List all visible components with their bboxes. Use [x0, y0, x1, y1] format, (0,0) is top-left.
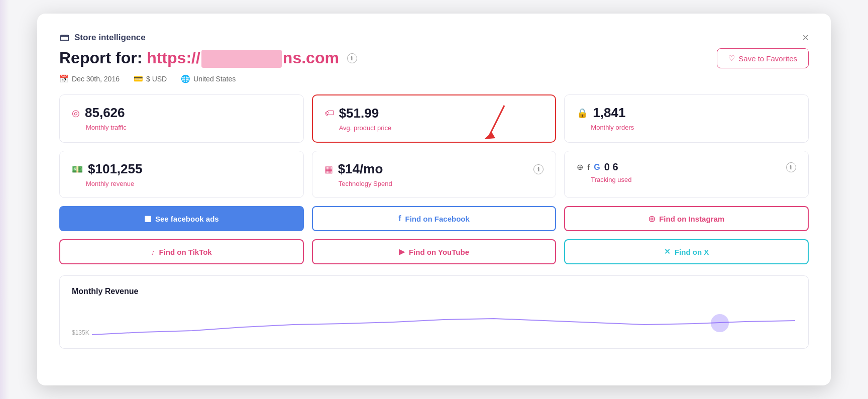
find-on-x-button[interactable]: ✕ Find on X [564, 239, 809, 264]
instagram-icon: ◎ [648, 214, 655, 223]
save-to-favorites-button[interactable]: ♡ Save to Favorites [717, 48, 809, 68]
traffic-icon: ◎ [72, 108, 80, 119]
find-youtube-label: Find on YouTube [409, 248, 469, 256]
report-url-row: Report for: https://ns.com ℹ ♡ Save to F… [59, 48, 809, 68]
tech-value: $14/mo [338, 161, 383, 177]
traffic-value: 85,626 [85, 105, 125, 121]
chart-y-label: $135K [72, 329, 89, 336]
modal-overlay: 🗃 Store intelligence × Report for: https… [0, 0, 868, 399]
report-url: https://ns.com [147, 49, 339, 67]
region-value: United States [193, 75, 236, 83]
stat-card-tracking: ⊕ f G 0 6 ℹ Tracking used [564, 151, 809, 198]
currency-meta: 💳 $ USD [134, 74, 167, 83]
report-for-label: Report for: https://ns.com [59, 49, 339, 68]
stat-card-avg-price: 🏷 $51.99 Avg. product price [312, 94, 557, 143]
close-button[interactable]: × [802, 32, 809, 43]
find-x-label: Find on X [675, 248, 709, 256]
find-on-youtube-button[interactable]: ▶ Find on YouTube [312, 239, 557, 264]
tracking-fb-icon: f [587, 163, 590, 171]
store-intelligence-icon: 🗃 [59, 32, 69, 43]
section-title-monthly-revenue: Monthly Revenue [72, 287, 796, 296]
modal-container: 🗃 Store intelligence × Report for: https… [37, 14, 831, 385]
find-facebook-label: Find on Facebook [405, 215, 469, 223]
revenue-label: Monthly revenue [86, 180, 291, 187]
tracking-label: Tracking used [591, 176, 796, 183]
tracking-g-icon: G [594, 163, 600, 172]
date-value: Dec 30th, 2016 [72, 75, 120, 83]
tracking-info-icon[interactable]: ℹ [786, 162, 796, 172]
facebook-icon: f [398, 214, 401, 223]
orders-icon: 🔒 [577, 108, 588, 119]
see-facebook-ads-button[interactable]: ▦ See facebook ads [59, 206, 304, 231]
modal-title-text: Store intelligence [74, 33, 146, 43]
tracking-crosshair-icon: ⊕ [577, 162, 583, 172]
monthly-revenue-section: Monthly Revenue $135K [59, 275, 809, 349]
currency-value: $ USD [146, 75, 167, 83]
stat-card-tech-spend: ▦ $14/mo ℹ Technology Spend [312, 151, 557, 198]
find-on-instagram-button[interactable]: ◎ Find on Instagram [564, 206, 809, 231]
meta-row: 📅 Dec 30th, 2016 💳 $ USD 🌐 United States [59, 74, 809, 83]
globe-icon: 🌐 [181, 74, 190, 83]
stat-card-monthly-revenue: 💵 $101,255 Monthly revenue [59, 151, 304, 198]
find-instagram-label: Find on Instagram [659, 215, 724, 223]
fb-ads-icon: ▦ [144, 214, 151, 223]
revenue-icon: 💵 [72, 164, 83, 175]
currency-icon: 💳 [134, 74, 143, 83]
find-tiktok-label: Find on TikTok [159, 248, 211, 256]
tiktok-icon: ♪ [151, 248, 155, 256]
region-meta: 🌐 United States [181, 74, 236, 83]
price-value: $51.99 [339, 106, 379, 121]
youtube-icon: ▶ [399, 247, 405, 256]
stats-grid-row1: ◎ 85,626 Monthly traffic 🏷 $51.99 Avg. p… [59, 94, 809, 143]
sidebar-partial [0, 0, 9, 399]
price-icon: 🏷 [325, 108, 334, 119]
calendar-icon: 📅 [59, 74, 69, 83]
date-meta: 📅 Dec 30th, 2016 [59, 74, 120, 83]
tech-info-icon[interactable]: ℹ [533, 164, 544, 174]
orders-value: 1,841 [593, 105, 625, 121]
report-info-icon[interactable]: ℹ [347, 53, 357, 63]
url-redacted [201, 50, 282, 68]
fb-ads-label: See facebook ads [155, 215, 219, 223]
traffic-label: Monthly traffic [86, 124, 291, 131]
find-on-tiktok-button[interactable]: ♪ Find on TikTok [59, 239, 304, 264]
modal-title: 🗃 Store intelligence [59, 32, 146, 43]
tracking-count: 0 6 [604, 161, 618, 173]
tech-label: Technology Spend [339, 180, 544, 187]
tech-icon: ▦ [324, 164, 333, 175]
find-on-facebook-button[interactable]: f Find on Facebook [312, 206, 557, 231]
revenue-value: $101,255 [88, 161, 142, 177]
action-buttons-row1: ▦ See facebook ads f Find on Facebook ◎ … [59, 206, 809, 231]
stat-card-monthly-orders: 🔒 1,841 Monthly orders [564, 94, 809, 143]
action-buttons-row2: ♪ Find on TikTok ▶ Find on YouTube ✕ Fin… [59, 239, 809, 264]
save-btn-label: Save to Favorites [738, 54, 797, 63]
x-icon: ✕ [664, 247, 671, 256]
revenue-chart: $135K [72, 302, 796, 337]
orders-label: Monthly orders [591, 124, 796, 131]
svg-point-2 [711, 314, 729, 332]
heart-icon: ♡ [728, 54, 735, 63]
price-label: Avg. product price [339, 124, 544, 132]
stats-grid-row2: 💵 $101,255 Monthly revenue ▦ $14/mo ℹ Te… [59, 151, 809, 198]
modal-header: 🗃 Store intelligence × [59, 32, 809, 43]
revenue-chart-svg [92, 310, 795, 337]
stat-card-monthly-traffic: ◎ 85,626 Monthly traffic [59, 94, 304, 143]
